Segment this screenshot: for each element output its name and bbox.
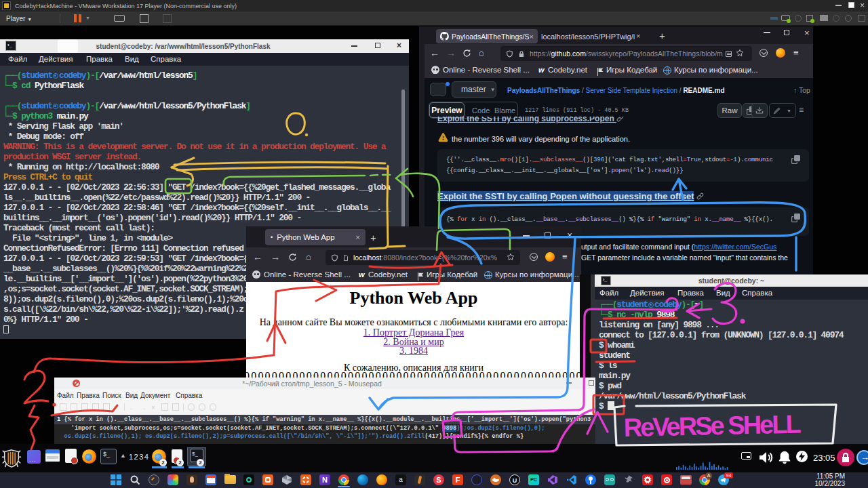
svg-text:ReVeRSe SHeLL: ReVeRSe SHeLL (623, 410, 802, 442)
